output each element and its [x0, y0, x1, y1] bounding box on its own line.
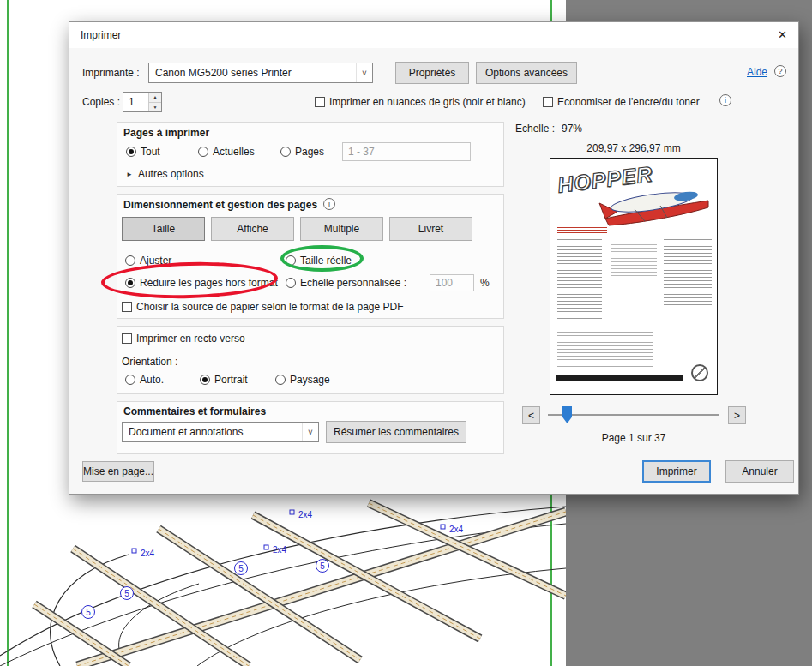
stick-size-labels: 2x4 2x4 2x4 2x4 — [132, 510, 464, 558]
plan-footer-bar — [556, 375, 683, 381]
wing-ribs — [34, 503, 566, 666]
plan-text-block — [557, 332, 653, 369]
radio-dot — [200, 375, 210, 385]
page-indicator: Page 1 sur 37 — [548, 432, 719, 444]
comments-group-title: Commentaires et formulaires — [123, 405, 266, 417]
comments-select-value: Document et annotations — [123, 426, 302, 438]
radio-custom-scale[interactable]: Echelle personnalisée : — [286, 277, 406, 289]
checkbox-box — [315, 97, 325, 107]
preview-slider-track[interactable] — [548, 414, 719, 416]
next-page-label: > — [734, 410, 740, 422]
pages-group-title: Pages à imprimer — [123, 127, 209, 139]
save-ink-checkbox[interactable]: Economiser de l'encre/du toner — [543, 96, 700, 108]
more-options-expander[interactable]: ► Autres options — [126, 168, 204, 180]
part-number: 5 — [320, 561, 325, 571]
close-icon[interactable]: ✕ — [778, 28, 787, 41]
dialog-title: Imprimer — [81, 29, 121, 41]
dialog-titlebar[interactable]: Imprimer ✕ — [69, 22, 798, 48]
radio-orientation-portrait[interactable]: Portrait — [200, 374, 248, 386]
poster-button-label: Affiche — [237, 223, 268, 235]
next-page-button[interactable]: > — [728, 406, 746, 424]
booklet-button[interactable]: Livret — [389, 217, 472, 241]
paper-source-checkbox[interactable]: Choisir la source de papier selon le for… — [122, 301, 404, 313]
page-range-value: 1 - 37 — [348, 146, 375, 158]
spin-up-icon[interactable]: ▲ — [149, 93, 161, 103]
print-button[interactable]: Imprimer — [642, 460, 711, 483]
plan-text-block — [557, 239, 602, 321]
custom-scale-input[interactable]: 100 — [430, 274, 474, 291]
scale-label: Echelle : — [515, 123, 555, 135]
stick-label: 2x4 — [273, 545, 287, 555]
stick-label: 2x4 — [141, 549, 155, 558]
plan-logo — [691, 364, 708, 381]
plan-text-block — [611, 244, 657, 280]
page-dimensions: 209,97 x 296,97 mm — [548, 142, 719, 154]
radio-all-label: Tout — [141, 146, 160, 158]
stick-label: 2x4 — [298, 510, 313, 519]
cancel-button-label: Annuler — [742, 465, 777, 477]
grayscale-checkbox[interactable]: Imprimer en nuances de gris (noir et bla… — [315, 96, 526, 108]
stick-label: 2x4 — [449, 525, 464, 534]
cancel-button[interactable]: Annuler — [725, 460, 794, 483]
radio-orientation-auto[interactable]: Auto. — [125, 374, 164, 386]
chevron-down-icon: ˅ — [302, 423, 318, 441]
multiple-button[interactable]: Multiple — [300, 217, 383, 241]
radio-orientation-landscape[interactable]: Paysage — [275, 374, 330, 386]
printer-select[interactable]: Canon MG5200 series Printer ˅ — [148, 63, 373, 83]
radio-landscape-label: Paysage — [290, 374, 330, 386]
copies-value: 1 — [123, 93, 148, 111]
properties-button-label: Propriétés — [409, 67, 456, 79]
checkbox-box — [122, 302, 132, 312]
orientation-label: Orientation : — [122, 356, 177, 368]
print-dialog: Imprimer ✕ Imprimante : Canon MG5200 ser… — [69, 21, 799, 495]
duplex-label: Imprimer en recto verso — [136, 333, 245, 345]
page-range-input[interactable]: 1 - 37 — [342, 142, 471, 161]
comments-select[interactable]: Document et annotations ˅ — [122, 422, 319, 442]
radio-dot — [286, 278, 296, 288]
part-number: 5 — [86, 608, 91, 617]
sizing-info-icon: i — [323, 198, 335, 210]
size-button-label: Taille — [152, 223, 175, 235]
plan-text-block — [664, 239, 712, 308]
spin-down-icon[interactable]: ▼ — [149, 103, 161, 112]
multiple-button-label: Multiple — [324, 223, 359, 235]
print-button-label: Imprimer — [656, 465, 696, 477]
expander-icon: ► — [126, 171, 133, 178]
poster-button[interactable]: Affiche — [211, 217, 294, 241]
copies-stepper[interactable]: 1 ▲ ▼ — [123, 92, 162, 112]
radio-dot — [125, 375, 135, 385]
prev-page-button[interactable]: < — [522, 406, 540, 424]
radio-all-pages[interactable]: Tout — [126, 146, 160, 158]
help-icon[interactable]: ? — [774, 65, 786, 77]
radio-page-range[interactable]: Pages — [280, 146, 324, 158]
size-button[interactable]: Taille — [122, 217, 205, 241]
part-number: 5 — [124, 589, 129, 598]
more-options-label: Autres options — [138, 168, 204, 180]
radio-custom-label: Echelle personnalisée : — [300, 277, 406, 289]
advanced-options-label: Options avancées — [485, 67, 568, 79]
properties-button[interactable]: Propriétés — [395, 62, 469, 84]
part-number: 5 — [238, 564, 244, 573]
custom-scale-value: 100 — [436, 277, 453, 289]
radio-range-label: Pages — [295, 146, 324, 158]
paper-source-label: Choisir la source de papier selon le for… — [136, 301, 404, 313]
checkbox-box — [122, 333, 132, 344]
advanced-options-button[interactable]: Options avancées — [476, 62, 577, 84]
radio-dot — [198, 147, 208, 157]
grayscale-label: Imprimer en nuances de gris (noir et bla… — [329, 96, 526, 108]
radio-portrait-label: Portrait — [214, 374, 248, 386]
summarize-comments-button[interactable]: Résumer les commentaires — [326, 421, 466, 443]
printer-label: Imprimante : — [82, 67, 140, 79]
summarize-comments-label: Résumer les commentaires — [334, 426, 459, 438]
help-link[interactable]: Aide — [747, 66, 767, 78]
radio-dot — [280, 147, 291, 157]
checkbox-box — [543, 97, 553, 107]
page-setup-button[interactable]: Mise en page... — [82, 461, 154, 482]
wing-plan-drawing: 2x4 2x4 2x4 2x4 5 5 5 5 — [0, 493, 566, 666]
prev-page-label: < — [528, 410, 534, 422]
preview-slider-thumb[interactable] — [562, 406, 572, 423]
duplex-checkbox[interactable]: Imprimer en recto verso — [122, 333, 245, 345]
radio-current-page[interactable]: Actuelles — [198, 146, 255, 158]
booklet-button-label: Livret — [418, 223, 443, 235]
wing-spar — [77, 512, 566, 666]
